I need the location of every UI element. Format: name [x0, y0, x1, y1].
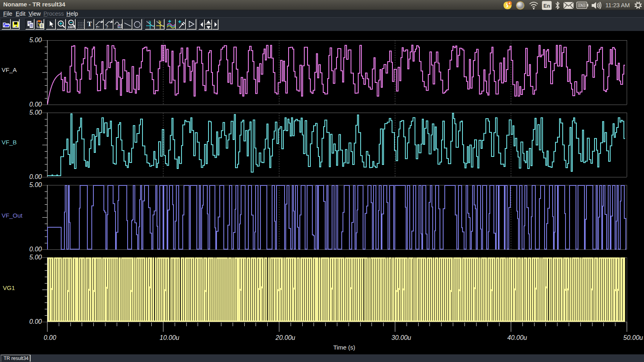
svg-text:En: En — [543, 3, 550, 9]
svg-text:?: ? — [106, 25, 108, 29]
svg-text:b: b — [159, 20, 161, 24]
svg-text:4: 4 — [509, 2, 511, 5]
svg-text:a: a — [149, 20, 151, 24]
svg-text:100%: 100% — [68, 25, 76, 29]
svg-text:T: T — [96, 26, 98, 29]
